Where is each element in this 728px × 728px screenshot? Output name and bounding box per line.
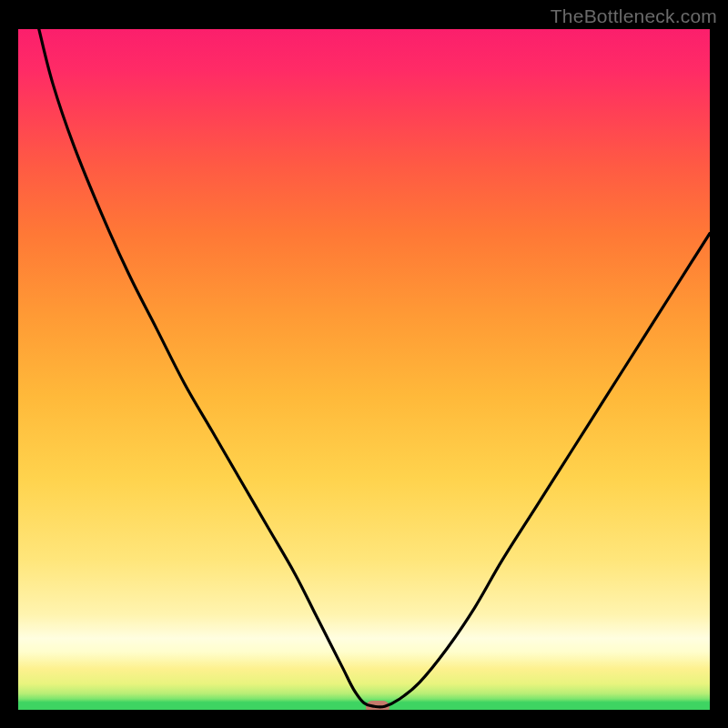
watermark-text: TheBottleneck.com	[551, 5, 717, 27]
plot-area	[18, 29, 710, 710]
chart-container: TheBottleneck.com	[0, 0, 728, 728]
bottleneck-curve	[39, 29, 710, 707]
curve-svg	[18, 29, 710, 710]
